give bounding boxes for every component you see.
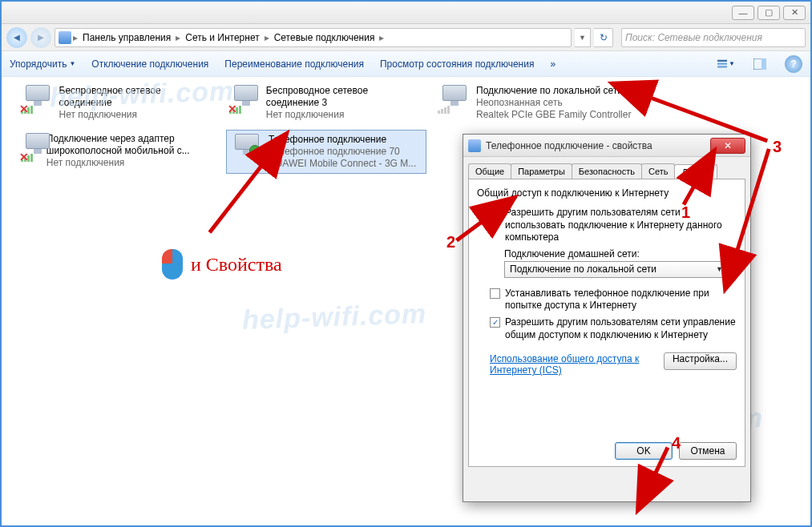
organize-menu[interactable]: Упорядочить▼ <box>10 58 75 70</box>
minimize-button[interactable]: — <box>732 6 754 20</box>
toolbar-more[interactable]: » <box>550 58 555 70</box>
mouse-icon <box>162 249 183 280</box>
chevron-right-icon: ▸ <box>265 32 269 43</box>
disconnected-x-icon: ✕ <box>19 103 29 115</box>
combo-value: Подключение по локальной сети <box>510 264 656 275</box>
connection-lan[interactable]: Подключение по локальной сети Неопознанн… <box>434 82 635 124</box>
window-titlebar: — ▢ ✕ <box>2 2 810 24</box>
breadcrumb-dropdown[interactable]: ▼ <box>575 28 591 47</box>
connection-title: Подключение через адаптер широкополосной… <box>46 133 215 157</box>
svg-rect-1 <box>717 62 727 64</box>
connected-check-icon: ✓ <box>249 145 261 156</box>
connection-title: Беспроводное сетевое соединение 3 <box>266 85 423 109</box>
breadcrumb-seg-connections[interactable]: Сетевые подключения <box>271 32 378 43</box>
rename-connection-button[interactable]: Переименование подключения <box>224 58 364 70</box>
network-adapter-icon <box>438 85 471 115</box>
dialog-close-button[interactable]: ✕ <box>710 138 745 154</box>
home-network-label: Подключение домашней сети: <box>504 248 737 259</box>
connection-status: Телефонное подключение 70 <box>269 146 416 158</box>
connection-status: Нет подключения <box>266 109 423 121</box>
allow-control-label: Разрешить другим пользователям сети упра… <box>505 316 737 341</box>
disable-connection-button[interactable]: Отключение подключения <box>91 58 208 70</box>
tab-general[interactable]: Общие <box>468 163 511 179</box>
connection-status: Нет подключения <box>46 157 215 169</box>
nav-row: ◄ ► ▸ Панель управления ▸ Сеть и Интерне… <box>2 24 810 51</box>
tab-sharing[interactable]: Доступ <box>674 164 717 179</box>
group-label: Общий доступ к подключению к Интернету <box>477 187 737 199</box>
connection-device: Realtek PCIe GBE Family Controller <box>476 109 631 121</box>
breadcrumb[interactable]: ▸ Панель управления ▸ Сеть и Интернет ▸ … <box>55 28 572 47</box>
properties-dialog: Телефонное подключение - свойства ✕ Общи… <box>463 134 751 502</box>
disconnected-x-icon: ✕ <box>19 151 29 163</box>
chevron-down-icon: ▼ <box>716 265 723 273</box>
connection-wireless-3[interactable]: ✕ Беспроводное сетевое соединение 3 Нет … <box>226 82 426 124</box>
tab-parameters[interactable]: Параметры <box>511 163 572 179</box>
preview-pane-button[interactable] <box>751 55 769 73</box>
back-button[interactable]: ◄ <box>6 27 27 48</box>
cancel-button[interactable]: Отмена <box>679 442 737 460</box>
watermark: help-wifi.com <box>241 298 426 336</box>
tab-security[interactable]: Безопасность <box>572 163 642 179</box>
breadcrumb-seg-control-panel[interactable]: Панель управления <box>79 32 174 43</box>
connection-status-button[interactable]: Просмотр состояния подключения <box>380 58 534 70</box>
ics-help-link[interactable]: Использование общего доступа к Интернету… <box>490 353 650 376</box>
chevron-right-icon: ▸ <box>73 32 78 43</box>
ok-button[interactable]: OK <box>615 442 673 460</box>
dialog-title: Телефонное подключение - свойства <box>486 140 705 151</box>
connection-mobile-broadband[interactable]: ✕ Подключение через адаптер широкополосн… <box>18 130 218 172</box>
annotation-hint: и Свойства <box>191 254 282 276</box>
dial-on-demand-checkbox[interactable] <box>490 288 500 299</box>
help-button[interactable]: ? <box>785 55 802 73</box>
close-button[interactable]: ✕ <box>783 6 806 20</box>
breadcrumb-seg-network[interactable]: Сеть и Интернет <box>182 32 262 43</box>
dial-on-demand-label: Устанавливать телефонное подключение при… <box>505 288 737 312</box>
chevron-right-icon: ▸ <box>176 32 180 43</box>
network-adapter-icon: ✓ <box>230 134 264 164</box>
dialog-titlebar[interactable]: Телефонное подключение - свойства ✕ <box>463 135 750 157</box>
forward-button[interactable]: ► <box>30 27 51 48</box>
svg-rect-0 <box>717 59 727 61</box>
toolbar: Упорядочить▼ Отключение подключения Пере… <box>2 51 810 77</box>
connection-device: HUAWEI Mobile Connect - 3G M... <box>269 158 416 170</box>
connection-status: Неопознанная сеть <box>476 97 631 109</box>
network-adapter-icon: ✕ <box>21 133 42 163</box>
settings-button[interactable]: Настройка... <box>664 352 737 370</box>
dialog-body: Общий доступ к подключению к Интернету ✓… <box>468 179 745 467</box>
allow-sharing-checkbox[interactable]: ✓ <box>490 207 500 218</box>
watermark: help-wifi.com <box>49 75 234 113</box>
connection-dialup[interactable]: ✓ Телефонное подключение Телефонное подк… <box>226 130 426 174</box>
dialog-icon <box>468 139 481 152</box>
home-network-combo[interactable]: Подключение по локальной сети ▼ <box>504 261 729 278</box>
dialog-tabs: Общие Параметры Безопасность Сеть Доступ <box>468 163 745 179</box>
search-input[interactable]: Поиск: Сетевые подключения <box>621 28 806 47</box>
chevron-right-icon: ▸ <box>379 32 384 43</box>
view-mode-button[interactable]: ▼ <box>717 55 735 73</box>
allow-sharing-label: Разрешить другим пользователям сети испо… <box>505 207 737 244</box>
refresh-button[interactable]: ↻ <box>594 28 613 47</box>
connection-title: Подключение по локальной сети <box>476 85 631 97</box>
allow-control-checkbox[interactable]: ✓ <box>490 317 500 328</box>
connection-title: Телефонное подключение <box>269 134 416 146</box>
tab-network[interactable]: Сеть <box>641 163 675 179</box>
svg-rect-2 <box>717 66 727 67</box>
svg-rect-4 <box>762 58 766 70</box>
network-icon <box>59 31 71 44</box>
maximize-button[interactable]: ▢ <box>757 6 780 20</box>
